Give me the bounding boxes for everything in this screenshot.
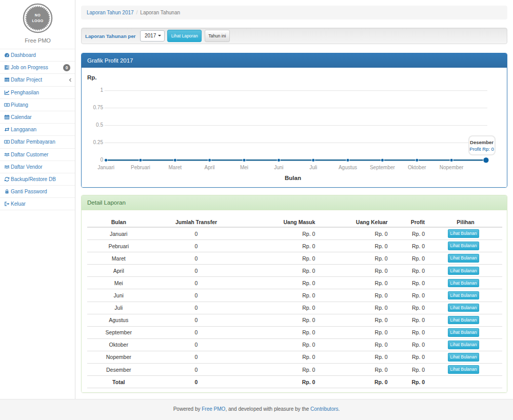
- svg-text:LOGO: LOGO: [32, 19, 43, 23]
- svg-text:NO: NO: [35, 13, 41, 17]
